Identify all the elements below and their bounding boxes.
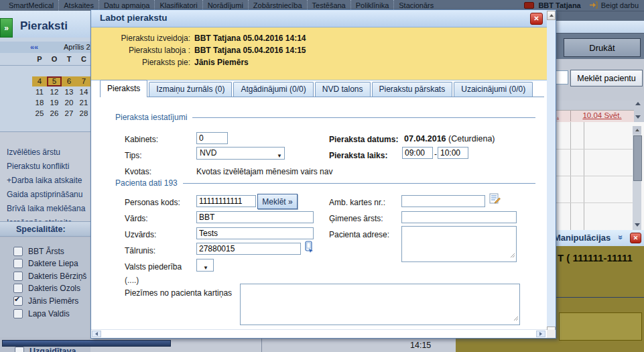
- sidebar-link-darba-laika-atskaite[interactable]: +Darba laika atskaite: [0, 174, 90, 188]
- scrollbar-right-icon[interactable]: [536, 331, 545, 337]
- day-cell[interactable]: 25: [32, 109, 47, 119]
- checkbox-unchecked[interactable]: [13, 284, 23, 293]
- scrollbar-corner: [547, 330, 556, 338]
- collapse-sidebar-icon[interactable]: »: [0, 18, 13, 38]
- day-cell[interactable]: 4: [32, 76, 47, 86]
- checkbox-unchecked[interactable]: [13, 272, 23, 281]
- bottom-panel-checkbox-row[interactable]: Uzgaidītava: [15, 347, 76, 352]
- patient-search-input[interactable]: [556, 70, 568, 84]
- date-label: Pieraksta datums:: [329, 135, 398, 144]
- manipulations-input[interactable]: [559, 312, 642, 341]
- day-cell[interactable]: [32, 67, 47, 77]
- doctor-checkbox-row[interactable]: Lapa Valdis: [13, 309, 70, 318]
- day-cell[interactable]: 21: [76, 98, 91, 108]
- search-patient-button[interactable]: Meklēt pacientu: [570, 70, 643, 86]
- patient-legend-text: Pacienta dati 193: [115, 178, 178, 188]
- sidebar-link-gaida-apstiprinasanu[interactable]: Gaida apstiprināšanu: [0, 188, 90, 202]
- weekday-label: C: [76, 55, 91, 63]
- personal-code-label: Personas kods:: [125, 198, 180, 207]
- type-label: Tips:: [125, 151, 142, 160]
- doctor-checkbox-row[interactable]: Daktere Liepa: [13, 259, 78, 268]
- collapse-panel-icon[interactable]: »: [616, 235, 625, 240]
- day-cell[interactable]: 13: [62, 87, 76, 97]
- dialog-horizontal-scrollbar[interactable]: [91, 329, 547, 338]
- sidebar-link-pierakstu-konflikti[interactable]: Pierakstu konflikti: [0, 160, 90, 174]
- tab-nvd-talons[interactable]: NVD talons: [315, 82, 371, 97]
- scrollbar-up-icon[interactable]: [547, 11, 556, 20]
- calendar-week-row: 18 19 20 21: [32, 98, 91, 108]
- day-cell-today[interactable]: 5: [47, 76, 62, 86]
- day-cell[interactable]: [76, 67, 91, 77]
- time-to-field[interactable]: [438, 147, 468, 159]
- day-cell[interactable]: 19: [47, 98, 62, 108]
- dialog-titlebar[interactable]: Labot pierakstu: [91, 10, 556, 27]
- menu-item-smartmedical[interactable]: SmartMedical: [4, 0, 58, 11]
- doctor-filter-list: BBT Ārsts Daktere Liepa Dakteris Bērziņš…: [0, 238, 90, 337]
- time-from-field[interactable]: [402, 147, 433, 159]
- tab-izmainu-zurnals[interactable]: Izmaiņu žurnāls (0): [149, 82, 232, 97]
- day-cell[interactable]: 20: [62, 98, 76, 108]
- resize-handle-icon[interactable]: [510, 249, 515, 261]
- tab-pierakstu-parskats[interactable]: Pierakstu pārskats: [372, 82, 453, 97]
- patient-address-textarea[interactable]: [401, 226, 517, 262]
- tab-uzaicinajumi[interactable]: Uzaicinājumi (0/0): [454, 82, 533, 97]
- date-column-fragment[interactable]: .: [557, 111, 559, 119]
- day-cell[interactable]: 7: [76, 76, 91, 86]
- tab-pieraksts[interactable]: Pieraksts: [100, 80, 147, 97]
- kabinets-field[interactable]: [196, 132, 228, 144]
- day-cell[interactable]: [47, 67, 62, 77]
- checkbox-unchecked[interactable]: [15, 347, 24, 352]
- day-cell[interactable]: 26: [47, 109, 62, 119]
- modified-value: BBT Tatjana 05.04.2016 14:15: [194, 44, 306, 56]
- day-cell[interactable]: 11: [32, 87, 47, 97]
- doctor-checkbox-row[interactable]: Dakteris Ozols: [13, 284, 80, 293]
- collapsed-section-label[interactable]: (....): [125, 276, 139, 285]
- phone-field[interactable]: [196, 243, 301, 255]
- checkbox-unchecked[interactable]: [13, 247, 23, 256]
- grid-scroll-up-icon[interactable]: [633, 126, 641, 134]
- first-name-field[interactable]: [196, 211, 314, 223]
- day-cell[interactable]: [62, 67, 76, 77]
- search-button[interactable]: Meklēt »: [257, 194, 298, 209]
- checkbox-unchecked[interactable]: [13, 309, 23, 318]
- last-name-field[interactable]: [196, 227, 314, 239]
- sidebar-link-izveleties-arstu[interactable]: Izvēlēties ārstu: [0, 145, 90, 160]
- created-label: Pierakstu izveidoja:: [91, 32, 194, 44]
- mobile-phone-icon[interactable]: [304, 241, 314, 255]
- calendar-divider: [0, 65, 90, 66]
- checkbox-unchecked[interactable]: [13, 259, 23, 268]
- day-cell[interactable]: 27: [62, 109, 76, 119]
- grid-scrollbar-thumb[interactable]: [633, 135, 642, 181]
- scroll-down-icon[interactable]: [635, 115, 641, 119]
- day-cell[interactable]: 28: [76, 109, 91, 119]
- day-cell[interactable]: 12: [47, 87, 62, 97]
- personal-code-field[interactable]: [196, 195, 256, 207]
- card-notes-textarea[interactable]: [240, 284, 520, 325]
- checkbox-checked[interactable]: ✔: [13, 296, 23, 306]
- doctor-checkbox-row[interactable]: Dakteris Bērziņš: [13, 272, 86, 281]
- resize-handle-icon[interactable]: [513, 312, 519, 324]
- close-panel-icon[interactable]: ✕: [630, 233, 641, 243]
- print-button[interactable]: Drukāt: [564, 38, 641, 57]
- dialog-close-icon[interactable]: ✕: [530, 13, 543, 25]
- doctor-checkbox-row[interactable]: BBT Ārsts: [13, 247, 64, 256]
- tab-atgadinajumi[interactable]: Atgādinājumi (0/0): [233, 82, 313, 97]
- dialog-vertical-scrollbar[interactable]: [547, 10, 556, 338]
- scrollbar-left-icon[interactable]: [92, 331, 101, 337]
- calendar-prev-icon[interactable]: ««: [30, 42, 38, 53]
- grid-scroll-down-icon[interactable]: [635, 223, 640, 227]
- logout-button[interactable]: Beigt darbu: [601, 1, 639, 9]
- scroll-up-icon[interactable]: [635, 102, 641, 105]
- citizenship-select[interactable]: ▼: [196, 259, 214, 272]
- family-doctor-field[interactable]: [401, 211, 517, 223]
- edit-card-icon[interactable]: [489, 193, 501, 207]
- day-cell[interactable]: 18: [32, 98, 47, 108]
- sidebar-link-briva-laika-meklesana[interactable]: Brīvā laika meklēšana: [0, 202, 90, 216]
- logout-icon: [589, 1, 598, 10]
- day-cell[interactable]: 14: [76, 87, 91, 97]
- date-column-link[interactable]: 10.04 Svēt.: [571, 111, 633, 119]
- day-cell[interactable]: 6: [62, 76, 76, 86]
- doctor-checkbox-row[interactable]: ✔ Jānis Piemērs: [13, 296, 78, 306]
- ambulatory-card-field[interactable]: [401, 195, 485, 207]
- type-select[interactable]: NVD ▼: [196, 147, 285, 160]
